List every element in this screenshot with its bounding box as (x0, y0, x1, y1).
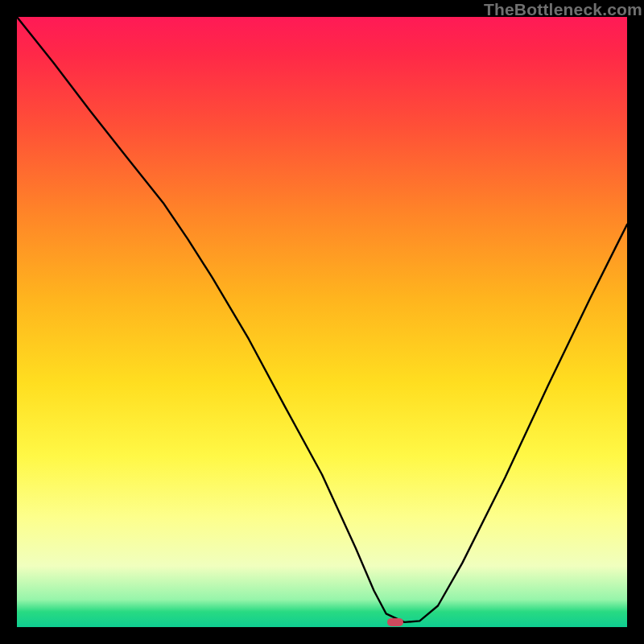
watermark-label: TheBottleneck.com (484, 0, 642, 19)
curve-svg (17, 17, 627, 627)
optimum-marker (387, 618, 403, 626)
plot-area (17, 17, 627, 627)
chart-frame: TheBottleneck.com (0, 0, 644, 644)
bottleneck-curve (17, 17, 627, 622)
